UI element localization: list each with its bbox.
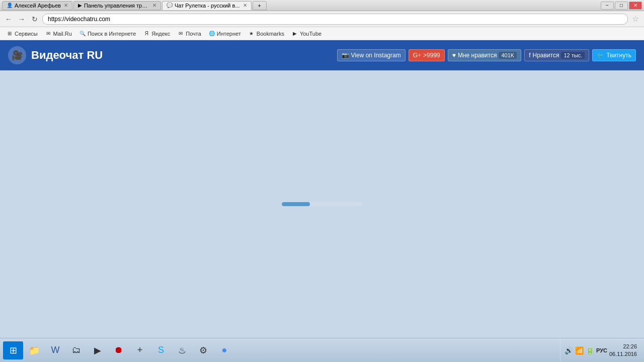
taskbar-app-media[interactable]: ▶ (88, 341, 108, 359)
tab-tab2[interactable]: ▶Панель управления тра...✕ (73, 1, 161, 10)
system-tray: 🔊 📶 🔋 РУС 22:26 06.11.2016 (560, 338, 641, 362)
social-label-vk2: Нравится (532, 52, 559, 59)
taskbar-app-app7[interactable]: ⚙ (193, 341, 213, 359)
social-icon-instagram: 📷 (342, 52, 349, 59)
taskbar-app-chrome[interactable]: ● (214, 341, 234, 359)
social-icon-vk: ♥ (452, 52, 456, 59)
taskbar-app-recording[interactable]: ⏺ (109, 341, 129, 359)
site-title: Видеочат RU (31, 49, 103, 62)
bookmark-icon-bm3: 🔍 (79, 30, 86, 37)
clock: 22:26 (609, 343, 637, 350)
bookmark-icon-bm8: ▶ (291, 30, 298, 37)
taskbar-apps: 📁W🗂▶⏺+S♨⚙● (24, 341, 234, 359)
bookmark-icon-bm1: ⊞ (6, 30, 13, 37)
social-count-vk: 401K (499, 52, 517, 59)
date: 06.11.2016 (609, 350, 637, 357)
bookmark-label-bm7: Bookmarks (257, 31, 284, 37)
bookmark-bm5[interactable]: ✉Почта (174, 29, 204, 38)
bookmark-bm2[interactable]: ✉Mail.Ru (42, 29, 75, 38)
bookmark-icon-bm5: ✉ (177, 30, 184, 37)
main-content (0, 70, 644, 338)
bookmark-label-bm4: Яндекс (151, 31, 170, 37)
bookmark-label-bm2: Mail.Ru (53, 31, 72, 37)
bookmark-label-bm1: Сервисы (15, 31, 38, 37)
social-label-instagram: View on Instagram (351, 52, 401, 59)
site-header: 🎥 Видеочат RU 📷View on InstagramG+>9999♥… (0, 40, 644, 70)
tab-bar: 👤Алексей Арефьев✕▶Панель управления тра.… (2, 1, 267, 10)
taskbar-icon-app7: ⚙ (199, 345, 207, 356)
taskbar-icon-files: 🗂 (72, 345, 81, 355)
bookmark-bm7[interactable]: ★Bookmarks (245, 29, 287, 38)
tab-close-tab1[interactable]: ✕ (64, 3, 68, 8)
tab-tab3[interactable]: 💬Чат Рулетка - русский в...✕ (162, 1, 252, 10)
taskbar-icon-skype: S (158, 345, 164, 355)
taskbar-app-explorer[interactable]: 📁 (24, 341, 44, 359)
social-count-vk2: 12 тыс. (561, 52, 585, 59)
forward-button[interactable]: → (16, 14, 27, 25)
window-controls: − □ ✕ (601, 2, 642, 10)
language-indicator[interactable]: РУС (596, 347, 607, 353)
bookmark-label-bm8: YouTube (300, 31, 321, 37)
social-buttons: 📷View on InstagramG+>9999♥Мне нравится40… (337, 49, 636, 61)
bookmark-bm3[interactable]: 🔍Поиск в Интернете (76, 29, 139, 38)
site-logo: 🎥 Видеочат RU (8, 46, 103, 64)
loading-container (282, 202, 362, 206)
new-tab-button[interactable]: + (253, 1, 267, 10)
volume-icon[interactable]: 🔊 (565, 346, 573, 354)
social-icon-vk2: f (529, 52, 530, 59)
bookmark-bm6[interactable]: 🌐Интернет (205, 29, 244, 38)
social-icon-google: G+ (413, 52, 421, 59)
titlebar: 👤Алексей Арефьев✕▶Панель управления тра.… (0, 0, 644, 11)
taskbar-icon-chrome: ● (222, 345, 227, 355)
taskbar-icon-media: ▶ (94, 345, 101, 356)
social-btn-google[interactable]: G+>9999 (409, 49, 445, 61)
social-label-twitter: Твитнуть (606, 52, 631, 59)
taskbar-app-files[interactable]: 🗂 (66, 341, 87, 359)
bookmarks-bar: ⊞Сервисы✉Mail.Ru🔍Поиск в ИнтернетеЯЯндек… (0, 27, 644, 40)
taskbar-app-steam[interactable]: ♨ (172, 341, 192, 359)
loading-bar (282, 202, 310, 206)
bookmark-icon-bm6: 🌐 (208, 30, 215, 37)
taskbar-app-word[interactable]: W (45, 341, 65, 359)
battery-icon[interactable]: 🔋 (586, 346, 594, 354)
taskbar-icon-explorer: 📁 (29, 345, 40, 356)
taskbar-icon-steam: ♨ (178, 345, 186, 356)
taskbar-app-skype[interactable]: S (151, 341, 171, 359)
bookmark-star-icon[interactable]: ☆ (630, 14, 641, 24)
address-bar: ← → ↻ ☆ (0, 11, 644, 27)
back-button[interactable]: ← (3, 14, 14, 25)
tab-tab1[interactable]: 👤Алексей Арефьев✕ (2, 1, 72, 10)
bookmark-icon-bm2: ✉ (45, 30, 52, 37)
refresh-button[interactable]: ↻ (29, 14, 40, 25)
taskbar-icon-app5: + (137, 345, 143, 355)
system-time: 22:26 06.11.2016 (609, 343, 637, 357)
bookmark-bm4[interactable]: ЯЯндекс (140, 29, 173, 38)
social-btn-vk[interactable]: ♥Мне нравится401K (448, 49, 521, 61)
bookmark-icon-bm4: Я (143, 30, 150, 37)
maximize-button[interactable]: □ (615, 2, 628, 10)
bookmark-label-bm3: Поиск в Интернете (88, 31, 136, 37)
social-label-google: >9999 (423, 52, 440, 59)
bookmark-label-bm5: Почта (186, 31, 201, 37)
bookmark-label-bm6: Интернет (217, 31, 241, 37)
close-button[interactable]: ✕ (629, 2, 642, 10)
bookmark-bm1[interactable]: ⊞Сервисы (3, 29, 41, 38)
network-icon[interactable]: 📶 (575, 346, 584, 354)
social-icon-twitter: 🐦 (597, 52, 604, 59)
minimize-button[interactable]: − (601, 2, 614, 10)
logo-icon: 🎥 (8, 46, 26, 64)
taskbar: ⊞ 📁W🗂▶⏺+S♨⚙● 🔊 📶 🔋 РУС 22:26 06.11.2016 (0, 338, 644, 362)
bookmark-icon-bm7: ★ (248, 30, 255, 37)
start-button[interactable]: ⊞ (3, 341, 23, 359)
bookmark-bm8[interactable]: ▶YouTube (288, 29, 325, 38)
social-label-vk: Мне нравится (458, 52, 497, 59)
taskbar-app-app5[interactable]: + (130, 341, 150, 359)
tab-close-tab2[interactable]: ✕ (152, 3, 156, 8)
url-input[interactable] (42, 14, 628, 25)
social-btn-vk2[interactable]: fНравится12 тыс. (524, 49, 589, 61)
social-btn-instagram[interactable]: 📷View on Instagram (337, 49, 406, 61)
social-btn-twitter[interactable]: 🐦Твитнуть (592, 49, 636, 61)
taskbar-icon-recording: ⏺ (114, 345, 123, 355)
taskbar-icon-word: W (51, 345, 60, 355)
tab-close-tab3[interactable]: ✕ (243, 3, 247, 8)
